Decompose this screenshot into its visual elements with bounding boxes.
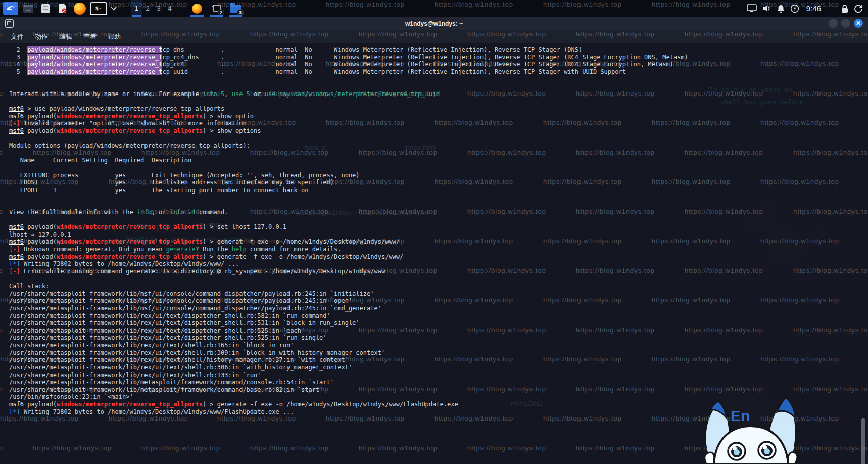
window-app-icon: [23, 4, 34, 14]
terminal-line: /usr/share/metasploit-framework/lib/rex/…: [9, 349, 688, 357]
terminal-line: [9, 275, 688, 283]
terminal-line: msf6 payload(windows/meterpreter/reverse…: [9, 401, 688, 408]
terminal-launcher[interactable]: $-: [90, 2, 107, 15]
terminal-line: [9, 201, 688, 209]
terminal-line: Call stack:: [9, 283, 688, 290]
terminal-line: 4 payload/windows/meterpreter/reverse_tc…: [9, 61, 688, 68]
workspace-2[interactable]: 2: [142, 0, 153, 17]
menu-view[interactable]: 查看: [79, 31, 101, 42]
terminal-line: /usr/share/metasploit-framework/lib/rex/…: [9, 327, 688, 335]
terminal-line: /usr/share/metasploit-framework/lib/rex/…: [9, 372, 688, 379]
panel-separator: [124, 4, 124, 14]
window-titlebar[interactable]: w1ndys@w1ndys: ~ ✕: [0, 17, 868, 30]
terminal-line: /usr/share/metasploit-framework/lib/msf/…: [9, 305, 688, 312]
top-panel: $- 1234 2 3: [0, 0, 868, 17]
lock-screen-icon[interactable]: [841, 4, 849, 13]
terminal-line: 5 payload/windows/meterpreter/reverse_tc…: [9, 68, 688, 76]
panel-separator: [182, 4, 182, 14]
terminal-line: /usr/share/metasploit-framework/lib/meta…: [9, 379, 688, 386]
mascot-label: En: [731, 407, 750, 424]
terminal-line: 3 payload/windows/meterpreter/reverse_tc…: [9, 54, 688, 61]
terminal-line: [*] Writing 73802 bytes to /home/w1ndys/…: [9, 260, 688, 268]
taskbar-item-file-manager[interactable]: 3: [227, 0, 244, 17]
terminal-line: /usr/share/metasploit-framework/lib/msf/…: [9, 297, 688, 305]
terminal-line: /usr/share/metasploit-framework/lib/msf/…: [9, 290, 688, 298]
kali-dragon-icon: [6, 4, 16, 14]
terminal-line: /usr/share/metasploit-framework/lib/rex/…: [9, 312, 688, 320]
terminal-line: LPORT 1 yes The starting port number to …: [9, 187, 688, 194]
menu-edit[interactable]: 编辑: [55, 31, 77, 42]
firefox-icon: [192, 4, 202, 14]
terminal-line: ---- --------------- -------- ----------…: [9, 164, 688, 172]
terminal-line: [9, 135, 688, 143]
terminal-line: [-] Invalid parameter "optio", use "show…: [9, 120, 688, 127]
document-icon: [58, 4, 68, 14]
terminal-icon: $-: [95, 5, 102, 12]
taskbar-item-screenshot[interactable]: 2: [208, 0, 224, 17]
text-editor-launcher[interactable]: [56, 2, 70, 15]
ghost-text: shell has gone before: [720, 98, 803, 106]
terminal-line: msf6 payload(windows/meterpreter/reverse…: [9, 127, 688, 135]
workspace-4[interactable]: 4: [164, 0, 175, 17]
terminal-line: [9, 98, 688, 105]
terminal-text: 2 payload/windows/meterpreter/reverse_tc…: [9, 46, 688, 415]
terminal-scrollbar[interactable]: [861, 418, 865, 464]
terminal-line: /usr/share/metasploit-framework/lib/meta…: [9, 386, 688, 394]
terminal-line: /usr/share/metasploit-framework/lib/rex/…: [9, 356, 688, 364]
window-title: w1ndys@w1ndys: ~: [0, 20, 868, 27]
workspace-1[interactable]: 1: [131, 0, 142, 17]
workspace-3[interactable]: 3: [153, 0, 164, 17]
terminal-line: /usr/share/metasploit-framework/lib/rex/…: [9, 364, 688, 372]
firefox-icon: [74, 3, 86, 15]
applications-menu-button[interactable]: [3, 2, 18, 15]
file-cabinet-icon: [40, 4, 51, 14]
terminal-line: msf6 payload(windows/meterpreter/reverse…: [9, 113, 688, 120]
terminal-line: EXITFUNC process yes Exit technique (Acc…: [9, 172, 688, 179]
notifications-bell-icon[interactable]: [777, 4, 785, 13]
terminal-line: View the full module info with the info,…: [9, 209, 688, 216]
terminal-line: msf6 > use payload/windows/meterpreter/r…: [9, 105, 688, 113]
show-desktop-button[interactable]: [21, 2, 35, 15]
terminal-line: /usr/share/metasploit-framework/lib/rex/…: [9, 334, 688, 342]
terminal-line: Interact with a module by name or index.…: [9, 90, 688, 98]
panel-separator: [832, 4, 832, 14]
taskbar-badge: 2: [218, 9, 224, 16]
terminal-line: /usr/share/metasploit-framework/lib/rex/…: [9, 319, 688, 327]
terminal-line: /usr/bin/msfconsole:23:in `<main>': [9, 393, 688, 401]
terminal-line: /usr/share/metasploit-framework/lib/rex/…: [9, 342, 688, 349]
terminal-menubar: 文件 动作 编辑 查看 帮助: [0, 30, 868, 43]
terminal-line: [-] Unknown command: generat. Did you me…: [9, 246, 688, 253]
terminal-line: [*] Writing 73802 bytes to /home/w1ndys/…: [9, 408, 688, 416]
taskbar-item-firefox[interactable]: [189, 0, 205, 17]
terminal-line: [9, 194, 688, 202]
terminal-line: [9, 150, 688, 157]
terminal-line: msf6 payload(windows/meterpreter/reverse…: [9, 253, 688, 261]
terminal-line: msf6 payload(windows/meterpreter/reverse…: [9, 223, 688, 231]
menu-file[interactable]: 文件: [6, 31, 28, 42]
close-button[interactable]: ✕: [854, 19, 863, 28]
terminal-line: [-] Error while running command generate…: [9, 268, 688, 275]
ghost-text: To boldly go where no: [709, 86, 792, 94]
file-manager-launcher[interactable]: [38, 2, 53, 15]
power-manager-icon[interactable]: [790, 4, 799, 13]
session-logout-icon[interactable]: [854, 4, 863, 13]
desktop: w1ndys@w1ndys: ~ ✕ 文件 动作 编辑 查看 帮助 www - …: [0, 0, 868, 464]
taskbar-badge: 3: [237, 9, 244, 16]
terminal-line: [9, 76, 688, 83]
firefox-launcher[interactable]: [73, 2, 87, 15]
menu-help[interactable]: 帮助: [103, 31, 125, 42]
terminal-line: 2 payload/windows/meterpreter/reverse_tc…: [9, 46, 688, 54]
volume-icon[interactable]: [762, 4, 771, 13]
menu-actions[interactable]: 动作: [30, 31, 53, 42]
terminal-line: [9, 83, 688, 90]
terminal-line: msf6 payload(windows/meterpreter/reverse…: [9, 238, 688, 246]
maximize-button[interactable]: [841, 19, 850, 28]
terminal-line: Name Current Setting Required Descriptio…: [9, 157, 688, 164]
display-icon[interactable]: [747, 4, 757, 13]
terminal-line: lhost ⇒ 127.0.0.1: [9, 231, 688, 239]
chevron-down-icon[interactable]: [110, 6, 117, 11]
terminal-line: LHOST yes The listen address (an interfa…: [9, 179, 688, 187]
clock[interactable]: 9:46: [806, 4, 821, 13]
minimize-button[interactable]: [829, 19, 838, 28]
terminal-line: [9, 216, 688, 223]
